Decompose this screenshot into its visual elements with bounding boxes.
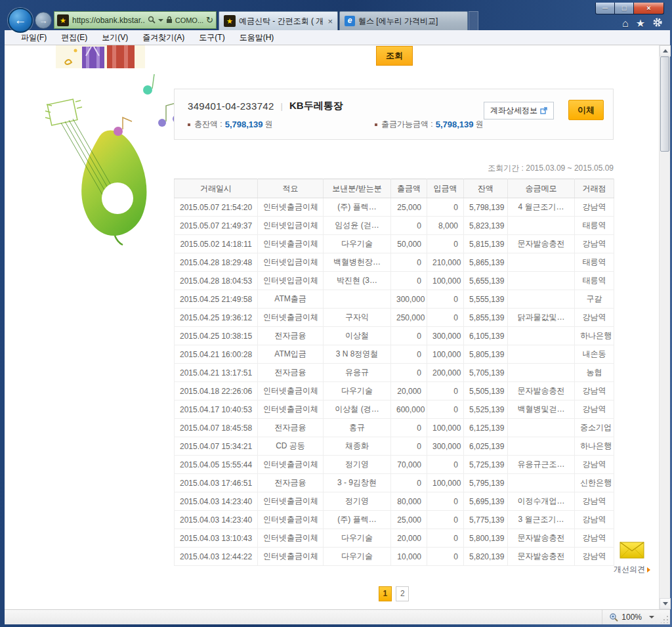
certificate-name[interactable]: COMO...: [175, 16, 203, 24]
cell-balance: 6,125,139: [464, 419, 508, 437]
cell-memo: 문자발송충전: [508, 529, 575, 548]
cell-datetime: 2015.04.05 15:55:44: [175, 456, 258, 474]
cell-deposit: 200,000: [427, 364, 464, 382]
browser-window: ─ □ × ← → ★ https://obank.kbstar.... COM…: [0, 0, 672, 627]
menu-item-2[interactable]: 보기(V): [94, 32, 135, 43]
zoom-caret-icon[interactable]: [649, 616, 654, 618]
withdrawable-label: 출금가능금액 :: [381, 119, 433, 130]
cell-counterparty: 채종화: [324, 437, 391, 456]
forward-arrow-icon: →: [39, 16, 48, 26]
cell-datetime: 2015.04.03 14:23:40: [175, 492, 258, 511]
cell-withdrawal: 25,000: [391, 198, 427, 217]
forward-button[interactable]: →: [35, 12, 52, 29]
divider: |: [281, 101, 283, 111]
cell-balance: 5,823,139: [464, 217, 508, 235]
withdrawable-value: 5,798,139: [436, 119, 474, 129]
scrollbar-thumb[interactable]: [660, 56, 669, 152]
vertical-scrollbar[interactable]: [659, 45, 670, 609]
maximize-button[interactable]: □: [615, 3, 634, 14]
table-row: 2015.04.03 12:44:22인터넷출금이체다우기술10,00005,8…: [175, 548, 614, 566]
cell-branch: 태릉역: [575, 217, 614, 235]
cell-deposit: 0: [427, 400, 464, 419]
close-button[interactable]: ×: [634, 3, 664, 14]
cell-memo: [508, 272, 575, 290]
feedback-widget[interactable]: 개선의견: [609, 542, 655, 575]
tab-health[interactable]: e 헬스 [에누리 가격비교]: [339, 11, 468, 30]
cell-deposit: 100,000: [427, 272, 464, 290]
settings-gear-icon[interactable]: [652, 17, 663, 30]
cell-memo: [508, 474, 575, 492]
envelope-icon: [620, 542, 644, 559]
url-text[interactable]: https://obank.kbstar....: [72, 16, 145, 25]
feedback-arrow-icon: [647, 567, 650, 573]
account-name: KB두레통장: [289, 100, 343, 112]
address-dropdown-caret-icon[interactable]: [158, 19, 163, 22]
cell-memo: 유응규근조…: [508, 456, 575, 474]
tab-deposit-inquiry[interactable]: ★ 예금신탁 - 간편조회 ( 개인... ×: [219, 11, 338, 30]
zoom-control[interactable]: 100%: [602, 610, 658, 624]
e-favicon: e: [345, 16, 355, 26]
currency-unit: 원: [265, 119, 273, 130]
cell-counterparty: 3 N 8정영철: [324, 345, 391, 364]
menu-item-0[interactable]: 파일(F): [14, 32, 54, 43]
cell-deposit: 100,000: [427, 345, 464, 364]
bullet-icon: [188, 123, 190, 126]
cell-counterparty: 다우기술: [324, 235, 391, 253]
resize-grip[interactable]: [661, 615, 669, 623]
menu-item-4[interactable]: 도구(T): [192, 32, 232, 43]
menu-item-3[interactable]: 즐겨찾기(A): [135, 32, 192, 43]
cell-branch: 구갈: [575, 290, 614, 309]
cell-balance: 5,655,139: [464, 272, 508, 290]
cell-branch: 강남역: [575, 309, 614, 327]
cell-balance: 5,820,139: [464, 548, 508, 566]
tab-label: 헬스 [에누리 가격비교]: [358, 16, 463, 27]
scroll-up-button[interactable]: [660, 45, 671, 56]
favorites-star-icon[interactable]: ★: [636, 18, 645, 30]
cell-deposit: 300,000: [427, 327, 464, 345]
menu-item-5[interactable]: 도움말(H): [232, 32, 282, 43]
cell-balance: 5,725,139: [464, 456, 508, 474]
tab-close-icon[interactable]: ×: [324, 16, 333, 26]
address-bar[interactable]: ★ https://obank.kbstar.... COMO... ↻: [54, 11, 217, 29]
cell-memo: 문자발송충전: [508, 382, 575, 400]
minimize-button[interactable]: ─: [595, 3, 615, 14]
column-header: 출금액: [391, 179, 427, 198]
cell-balance: 5,705,139: [464, 364, 508, 382]
menu-bar: 파일(F)편집(E)보기(V)즐겨찾기(A)도구(T)도움말(H): [5, 30, 670, 45]
cell-type: ATM출금: [258, 290, 324, 309]
cell-withdrawal: 600,000: [391, 400, 427, 419]
cell-deposit: 100,000: [427, 419, 464, 437]
home-icon[interactable]: ⌂: [622, 18, 629, 30]
menu-item-1[interactable]: 편집(E): [54, 32, 94, 43]
new-tab-stub[interactable]: [469, 11, 478, 30]
cell-counterparty: 이상철: [324, 327, 391, 345]
query-button[interactable]: 조회: [376, 46, 413, 66]
back-button[interactable]: ←: [8, 8, 33, 33]
cell-deposit: 0: [427, 529, 464, 548]
cell-type: 인터넷출금이체: [258, 235, 324, 253]
cell-branch: 하나은행: [575, 437, 614, 456]
cell-type: 전자금융: [258, 474, 324, 492]
account-detail-button[interactable]: 계좌상세정보: [484, 102, 554, 119]
cell-memo: 3 월근조기…: [508, 511, 575, 529]
cell-deposit: 0: [427, 382, 464, 400]
refresh-icon[interactable]: ↻: [206, 15, 213, 25]
cell-balance: 5,815,139: [464, 235, 508, 253]
cell-memo: [508, 217, 575, 235]
cell-type: 인터넷입금이체: [258, 253, 324, 272]
cell-deposit: 0: [427, 198, 464, 217]
table-row: 2015.04.21 13:17:51전자금융유응규0200,0005,705,…: [175, 364, 614, 382]
cell-type: 전자금융: [258, 364, 324, 382]
page-button-2[interactable]: 2: [396, 586, 409, 601]
cell-balance: 5,525,139: [464, 400, 508, 419]
cell-balance: 5,505,139: [464, 382, 508, 400]
transfer-button[interactable]: 이체: [568, 100, 604, 120]
search-icon[interactable]: [148, 14, 156, 26]
scroll-down-button[interactable]: [660, 598, 671, 609]
cell-balance: 6,105,139: [464, 327, 508, 345]
page-button-1[interactable]: 1: [379, 586, 392, 601]
cell-withdrawal: 0: [391, 253, 427, 272]
cell-deposit: 0: [427, 548, 464, 566]
table-row: 2015.04.25 19:36:12인터넷출금이체구자익250,00005,8…: [175, 309, 614, 327]
cell-balance: 6,025,139: [464, 437, 508, 456]
